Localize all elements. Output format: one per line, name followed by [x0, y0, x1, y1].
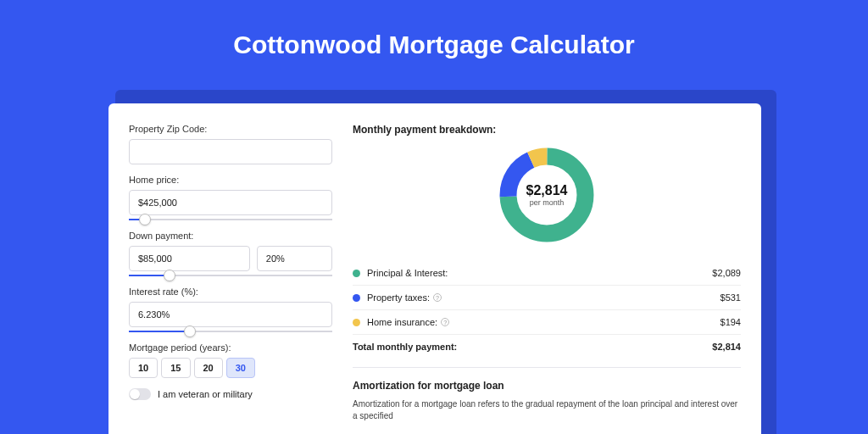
section-divider — [353, 367, 741, 368]
legend-dot — [353, 319, 360, 326]
page-title: Cottonwood Mortgage Calculator — [0, 0, 868, 80]
calculator-card: Property Zip Code: Home price: Down paym… — [108, 103, 761, 434]
veteran-row: I am veteran or military — [129, 388, 332, 400]
legend-total-label: Total monthly payment: — [353, 342, 712, 352]
amortization-title: Amortization for mortgage loan — [353, 380, 741, 392]
donut-chart: $2,814 per month — [496, 144, 598, 246]
down-pct-input[interactable] — [257, 246, 332, 271]
price-input[interactable] — [129, 190, 332, 215]
donut-center: $2,814 per month — [526, 183, 568, 207]
legend-label: Home insurance:? — [367, 317, 721, 327]
down-slider-handle[interactable] — [164, 270, 175, 281]
legend-value: $531 — [721, 292, 741, 303]
zip-input[interactable] — [129, 139, 332, 164]
legend-label: Principal & Interest: — [367, 268, 712, 278]
breakdown-legend: Principal & Interest:$2,089Property taxe… — [353, 261, 741, 359]
legend-row: Home insurance:?$194 — [353, 310, 741, 335]
period-button-10[interactable]: 10 — [129, 358, 158, 378]
results-column: Monthly payment breakdown: $2,814 per mo… — [353, 124, 741, 434]
field-zip: Property Zip Code: — [129, 124, 332, 164]
rate-label: Interest rate (%): — [129, 287, 332, 297]
rate-slider-handle[interactable] — [184, 326, 196, 337]
field-period: Mortgage period (years): 10152030 — [129, 342, 332, 378]
period-button-30[interactable]: 30 — [226, 358, 255, 378]
veteran-toggle-knob — [130, 389, 140, 399]
down-slider[interactable] — [129, 275, 332, 276]
form-column: Property Zip Code: Home price: Down paym… — [129, 124, 332, 434]
donut-sublabel: per month — [526, 198, 568, 207]
period-button-20[interactable]: 20 — [194, 358, 223, 378]
period-button-15[interactable]: 15 — [161, 358, 190, 378]
zip-label: Property Zip Code: — [129, 124, 332, 134]
down-amount-input[interactable] — [129, 246, 250, 271]
legend-label: Property taxes:? — [367, 292, 721, 303]
down-label: Down payment: — [129, 231, 332, 241]
donut-amount: $2,814 — [526, 183, 568, 198]
price-label: Home price: — [129, 175, 332, 185]
legend-row: Property taxes:?$531 — [353, 286, 741, 310]
field-price: Home price: — [129, 175, 332, 220]
legend-value: $194 — [721, 317, 741, 327]
donut-chart-container: $2,814 per month — [353, 144, 741, 246]
veteran-toggle[interactable] — [129, 388, 151, 400]
info-icon[interactable]: ? — [433, 293, 442, 302]
legend-value: $2,089 — [712, 268, 741, 278]
field-down: Down payment: — [129, 231, 332, 276]
legend-total-value: $2,814 — [712, 342, 741, 352]
legend-dot — [353, 294, 360, 302]
price-slider-handle[interactable] — [139, 214, 151, 225]
field-rate: Interest rate (%): — [129, 287, 332, 332]
price-slider[interactable] — [129, 219, 332, 220]
amortization-text: Amortization for a mortgage loan refers … — [353, 398, 741, 422]
rate-input[interactable] — [129, 302, 332, 327]
legend-dot — [353, 270, 360, 277]
veteran-label: I am veteran or military — [158, 389, 253, 399]
legend-total-row: Total monthly payment:$2,814 — [353, 335, 741, 359]
legend-row: Principal & Interest:$2,089 — [353, 261, 741, 286]
breakdown-header: Monthly payment breakdown: — [353, 124, 741, 136]
info-icon[interactable]: ? — [441, 318, 449, 326]
period-label: Mortgage period (years): — [129, 342, 332, 353]
rate-slider[interactable] — [129, 331, 332, 332]
